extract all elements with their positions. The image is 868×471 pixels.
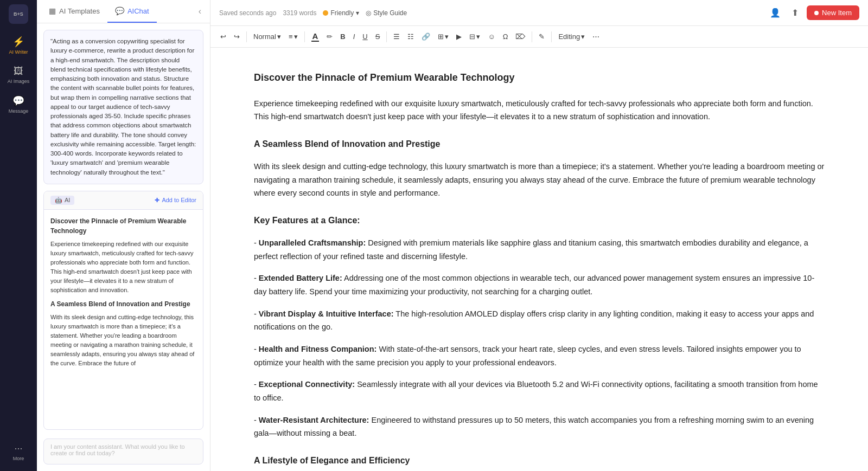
word-count: 3319 words bbox=[283, 9, 316, 17]
sidebar: B+S ⚡ AI Writer 🖼 AI Images 💬 Message ··… bbox=[0, 0, 37, 471]
underline-button[interactable]: U bbox=[359, 30, 371, 43]
ai-badge: 🤖 AI bbox=[50, 196, 74, 205]
bold-button[interactable]: B bbox=[337, 30, 348, 43]
font-color-button[interactable]: A bbox=[308, 29, 323, 44]
align-button[interactable]: ≡ ▾ bbox=[285, 30, 301, 43]
robot-icon: 🤖 bbox=[55, 197, 62, 204]
share-icon: 👤 bbox=[770, 8, 781, 18]
ai-response-content: Discover the Pinnacle of Premium Wearabl… bbox=[44, 210, 203, 429]
emoji-button[interactable]: ☺ bbox=[484, 30, 498, 43]
redo-icon: ↪ bbox=[234, 33, 240, 41]
undo-button[interactable]: ↩ bbox=[217, 30, 229, 43]
editing-mode-button[interactable]: Editing ▾ bbox=[555, 30, 588, 43]
lightning-icon: ⚡ bbox=[12, 36, 24, 48]
chevron-down-icon-img: ▾ bbox=[445, 33, 449, 41]
chevron-down-icon-table: ▾ bbox=[476, 33, 480, 41]
style-guide-icon: ◎ bbox=[366, 9, 371, 17]
feature-2: - Extended Battery Life: Addressing one … bbox=[254, 272, 825, 298]
toolbar-divider-5 bbox=[551, 31, 552, 42]
feature-1: - Unparalleled Craftsmanship: Designed w… bbox=[254, 236, 825, 263]
number-icon: ☷ bbox=[407, 33, 414, 41]
ai-write-button[interactable]: ✎ bbox=[535, 30, 548, 43]
editor-section1-heading: A Seamless Blend of Innovation and Prest… bbox=[254, 137, 825, 151]
editor-section2-heading: A Lifestyle of Elegance and Efficiency bbox=[254, 453, 825, 468]
table-icon: ⊟ bbox=[469, 33, 475, 41]
emoji-icon: ☺ bbox=[488, 33, 495, 41]
italic-button[interactable]: I bbox=[350, 30, 359, 43]
new-item-button[interactable]: New Item bbox=[807, 5, 859, 20]
highlight-icon: ✏ bbox=[327, 33, 333, 41]
add-icon: ✚ bbox=[155, 197, 159, 204]
clear-format-button[interactable]: ⌦ bbox=[512, 30, 528, 43]
play-icon: ▶ bbox=[456, 33, 462, 41]
message-icon: 💬 bbox=[12, 95, 24, 107]
add-to-editor-button[interactable]: ✚ Add to Editor bbox=[155, 197, 196, 204]
prompt-box: "Acting as a conversion copywriting spec… bbox=[43, 30, 203, 184]
bullet-list-button[interactable]: ☰ bbox=[390, 30, 403, 43]
export-button[interactable]: ⬆ bbox=[787, 5, 802, 21]
editor-intro: Experience timekeeping redefined with ou… bbox=[254, 97, 825, 124]
align-icon: ≡ bbox=[289, 33, 293, 41]
toolbar: ↩ ↪ Normal ▾ ≡ ▾ A ✏ B I U S bbox=[210, 26, 868, 48]
editor-features-list: - Unparalleled Craftsmanship: Designed w… bbox=[254, 236, 825, 440]
table-button[interactable]: ⊟ ▾ bbox=[466, 30, 483, 43]
highlight-button[interactable]: ✏ bbox=[323, 30, 336, 43]
image-embed-button[interactable]: ⊞ ▾ bbox=[435, 30, 452, 43]
editor-features-heading: Key Features at a Glance: bbox=[254, 213, 825, 228]
middle-tabs: ▦ AI Templates 💬 AIChat ‹ bbox=[37, 0, 210, 23]
toolbar-divider-2 bbox=[304, 31, 305, 42]
sidebar-item-ai-writer[interactable]: ⚡ AI Writer bbox=[3, 31, 34, 59]
chevron-down-icon-editing: ▾ bbox=[581, 33, 585, 41]
feature-6: - Water-Resistant Architecture: Engineer… bbox=[254, 414, 825, 440]
chevron-down-icon: ▾ bbox=[356, 9, 359, 17]
chevron-down-icon: ▾ bbox=[277, 33, 281, 41]
ai-write-icon: ✎ bbox=[539, 33, 545, 41]
play-button[interactable]: ▶ bbox=[453, 30, 465, 43]
tab-ai-chat[interactable]: 💬 AIChat bbox=[107, 0, 157, 23]
collapse-button[interactable]: ‹ bbox=[194, 2, 206, 21]
sidebar-item-message[interactable]: 💬 Message bbox=[3, 91, 34, 118]
more-options-button[interactable]: ⋯ bbox=[589, 30, 603, 43]
editor-section1-body: With its sleek design and cutting-edge t… bbox=[254, 160, 825, 200]
feature-5: - Exceptional Connectivity: Seamlessly i… bbox=[254, 378, 825, 404]
editor-content[interactable]: Discover the Pinnacle of Premium Wearabl… bbox=[210, 48, 868, 471]
image-embed-icon: ⊞ bbox=[438, 33, 444, 41]
saved-status: Saved seconds ago bbox=[219, 9, 276, 17]
toolbar-divider-3 bbox=[386, 31, 387, 42]
toolbar-divider-4 bbox=[532, 31, 532, 42]
tone-dot bbox=[323, 10, 328, 16]
feature-4: - Health and Fitness Companion: With sta… bbox=[254, 343, 825, 369]
numbered-list-button[interactable]: ☷ bbox=[404, 30, 417, 43]
tone-selector[interactable]: Friendly ▾ bbox=[323, 9, 359, 17]
ai-response-header: 🤖 AI ✚ Add to Editor bbox=[44, 191, 203, 210]
main-editor-area: Saved seconds ago 3319 words Friendly ▾ … bbox=[210, 0, 868, 471]
clear-format-icon: ⌦ bbox=[515, 33, 525, 41]
image-icon: 🖼 bbox=[14, 66, 23, 77]
templates-icon: ▦ bbox=[49, 7, 56, 15]
sidebar-item-more[interactable]: ··· More bbox=[3, 438, 34, 466]
share-button[interactable]: 👤 bbox=[768, 5, 783, 21]
chat-input[interactable]: I am your content assistant. What would … bbox=[43, 438, 203, 464]
special-chars-button[interactable]: Ω bbox=[500, 30, 512, 43]
style-dropdown[interactable]: Normal ▾ bbox=[250, 30, 284, 43]
export-icon: ⬆ bbox=[792, 8, 799, 18]
feature-3: - Vibrant Display & Intuitive Interface:… bbox=[254, 307, 825, 334]
font-a-icon: A bbox=[311, 31, 320, 42]
more-icon: ··· bbox=[14, 443, 22, 454]
ai-response-panel: 🤖 AI ✚ Add to Editor Discover the Pinnac… bbox=[43, 191, 203, 430]
tab-ai-templates[interactable]: ▦ AI Templates bbox=[41, 0, 107, 23]
more-options-icon: ⋯ bbox=[592, 33, 599, 41]
bullet-icon: ☰ bbox=[393, 33, 400, 41]
redo-button[interactable]: ↪ bbox=[231, 30, 243, 43]
undo-icon: ↩ bbox=[220, 33, 226, 41]
strikethrough-button[interactable]: S bbox=[372, 30, 384, 43]
special-chars-icon: Ω bbox=[503, 33, 508, 41]
link-button[interactable]: 🔗 bbox=[418, 30, 433, 43]
toolbar-divider-1 bbox=[246, 31, 247, 42]
top-bar-actions: 👤 ⬆ New Item bbox=[768, 5, 859, 21]
sidebar-item-ai-images[interactable]: 🖼 AI Images bbox=[3, 61, 34, 88]
chevron-down-icon-align: ▾ bbox=[294, 33, 298, 41]
style-guide-button[interactable]: ◎ Style Guide bbox=[366, 9, 407, 17]
sidebar-logo: B+S bbox=[9, 4, 28, 24]
link-icon: 🔗 bbox=[422, 33, 430, 41]
